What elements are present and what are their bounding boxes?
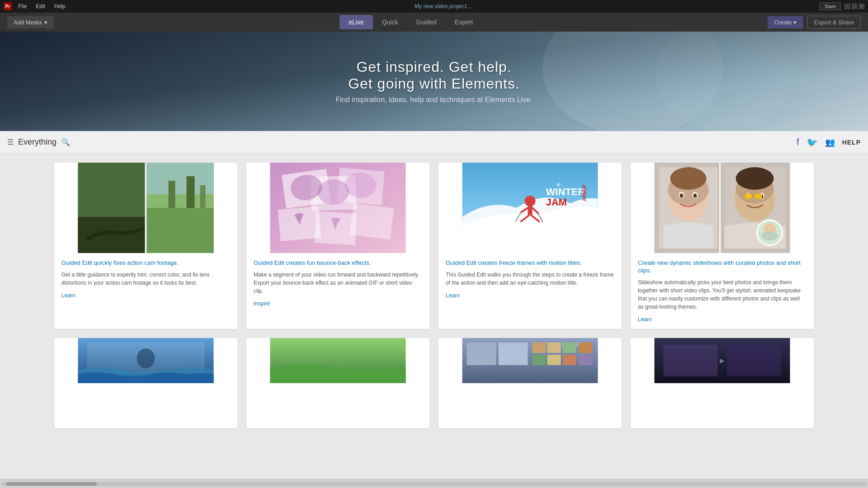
scroll-thumb[interactable] bbox=[6, 482, 97, 486]
svg-rect-27 bbox=[528, 206, 533, 216]
card-action-cam-image bbox=[54, 163, 237, 253]
card-freeze-frame-title: Guided Edit creates freeze frames with m… bbox=[446, 259, 614, 267]
hero-subtitle: Find inspiration, ideas, help and techni… bbox=[336, 96, 533, 104]
card-slideshow-learn[interactable]: Learn bbox=[638, 316, 807, 323]
svg-rect-13 bbox=[200, 185, 206, 208]
card-bottom-2 bbox=[246, 338, 429, 428]
svg-point-50 bbox=[736, 167, 774, 190]
tab-guided[interactable]: Guided bbox=[407, 15, 446, 29]
svg-rect-78 bbox=[547, 355, 561, 365]
svg-rect-11 bbox=[169, 181, 175, 208]
card-bounce-back-body: Guided Edit creates fun bounce-back effe… bbox=[246, 253, 429, 313]
save-button[interactable]: Save bbox=[820, 2, 841, 10]
svg-point-61 bbox=[762, 231, 778, 240]
svg-point-46 bbox=[693, 193, 697, 198]
card-action-cam-desc: Get a little guidance to expertly trim, … bbox=[61, 271, 230, 287]
adobe-icon: Pr bbox=[4, 2, 12, 10]
svg-text:JONNY: JONNY bbox=[581, 184, 587, 202]
card-slideshow-desc: Slideshow automatically picks your best … bbox=[638, 278, 807, 311]
content-area: Guided Edit quickly fixes action cam foo… bbox=[0, 154, 868, 465]
export-share-button[interactable]: Export & Share bbox=[807, 16, 861, 29]
card-bounce-back-desc: Make a segment of your video run forward… bbox=[254, 271, 422, 295]
svg-rect-7 bbox=[78, 217, 145, 253]
svg-rect-79 bbox=[563, 355, 576, 365]
svg-rect-75 bbox=[563, 343, 576, 353]
title-bar: Pr File Edit Help My new video projec1..… bbox=[0, 0, 868, 13]
svg-rect-80 bbox=[579, 355, 593, 365]
title-bar-left: Pr File Edit Help bbox=[4, 1, 68, 11]
card-slideshow-image bbox=[631, 163, 814, 253]
card-bottom-1-image bbox=[54, 338, 237, 428]
svg-rect-14 bbox=[145, 163, 147, 253]
community-icon[interactable]: 👥 bbox=[825, 137, 835, 147]
toolbar: Add Media ▾ eLive Quick Guided Expert Cr… bbox=[0, 13, 868, 32]
twitter-icon[interactable]: 🐦 bbox=[807, 137, 818, 148]
cards-grid-top: Guided Edit quickly fixes action cam foo… bbox=[54, 163, 814, 329]
tab-quick[interactable]: Quick bbox=[373, 15, 407, 29]
card-action-cam-title: Guided Edit quickly fixes action cam foo… bbox=[61, 259, 230, 267]
svg-rect-76 bbox=[579, 343, 593, 353]
card-bottom-3-image: Oct 2017 bbox=[439, 338, 622, 428]
card-freeze-frame-body: Guided Edit creates freeze frames with m… bbox=[439, 253, 622, 305]
project-name: My new video projec1.... bbox=[415, 3, 473, 9]
menu-help[interactable]: Help bbox=[52, 1, 68, 11]
card-bottom-4: ▶ bbox=[631, 338, 814, 428]
dropdown-arrow-icon: ▾ bbox=[44, 19, 47, 26]
minimize-button[interactable]: ─ bbox=[844, 4, 850, 9]
card-freeze-frame-desc: This Guided Edit walks you through the s… bbox=[446, 271, 614, 287]
card-bounce-back-inspire[interactable]: Inspire bbox=[254, 300, 422, 307]
menu-file[interactable]: File bbox=[15, 1, 29, 11]
card-slideshow-body: Create new dynamic slideshows with curat… bbox=[631, 253, 814, 329]
filter-left: ☰ Everything 🔍 bbox=[7, 137, 70, 147]
card-bounce-back: Guided Edit creates fun bounce-back effe… bbox=[246, 163, 429, 329]
card-slideshow: Create new dynamic slideshows with curat… bbox=[631, 163, 814, 329]
svg-rect-55 bbox=[745, 194, 752, 199]
toolbar-right: Create ▾ Export & Share bbox=[768, 16, 861, 29]
svg-rect-24 bbox=[350, 203, 394, 239]
card-freeze-frame-learn[interactable]: Learn bbox=[446, 292, 614, 299]
filter-bar: ☰ Everything 🔍 f 🐦 👥 HELP bbox=[0, 131, 868, 154]
hero-banner: Get inspired. Get help. Get going with E… bbox=[0, 32, 868, 131]
scrollbar[interactable] bbox=[0, 479, 868, 488]
tab-elive[interactable]: eLive bbox=[340, 15, 373, 29]
svg-rect-74 bbox=[547, 343, 561, 353]
add-media-label: Add Media bbox=[14, 19, 42, 26]
svg-text:▶: ▶ bbox=[720, 357, 725, 364]
window-controls: ─ □ ✕ bbox=[844, 4, 864, 9]
maximize-button[interactable]: □ bbox=[852, 4, 857, 9]
create-button[interactable]: Create ▾ bbox=[768, 16, 803, 28]
menu-edit[interactable]: Edit bbox=[33, 1, 48, 11]
toolbar-tabs: eLive Quick Guided Expert bbox=[340, 15, 482, 29]
svg-rect-56 bbox=[755, 194, 762, 199]
card-slideshow-title: Create new dynamic slideshows with curat… bbox=[638, 259, 807, 275]
scroll-track bbox=[2, 482, 866, 486]
search-icon[interactable]: 🔍 bbox=[61, 138, 70, 146]
close-button[interactable]: ✕ bbox=[859, 4, 864, 9]
tab-expert[interactable]: Expert bbox=[446, 15, 482, 29]
svg-rect-9 bbox=[147, 208, 214, 253]
svg-rect-12 bbox=[187, 176, 195, 208]
toolbar-left: Add Media ▾ bbox=[7, 16, 54, 28]
filter-label[interactable]: Everything bbox=[18, 137, 57, 147]
hamburger-menu-icon[interactable]: ☰ bbox=[7, 138, 14, 146]
add-media-button[interactable]: Add Media ▾ bbox=[7, 16, 54, 28]
svg-point-42 bbox=[670, 167, 707, 190]
card-bottom-1 bbox=[54, 338, 237, 428]
svg-text:WINTER: WINTER bbox=[546, 186, 585, 197]
card-action-cam-learn[interactable]: Learn bbox=[61, 292, 230, 299]
svg-rect-82 bbox=[664, 345, 718, 376]
svg-point-26 bbox=[525, 196, 536, 206]
svg-text:Pr: Pr bbox=[5, 4, 10, 9]
title-bar-right: Save ─ □ ✕ bbox=[820, 2, 864, 10]
svg-point-64 bbox=[137, 348, 155, 368]
card-freeze-frame: at WINTER JAM JONNY Guided Edit creates … bbox=[439, 163, 622, 329]
card-action-cam-body: Guided Edit quickly fixes action cam foo… bbox=[54, 253, 237, 305]
card-bottom-3: Oct 2017 bbox=[439, 338, 622, 428]
facebook-icon[interactable]: f bbox=[797, 137, 799, 147]
help-label[interactable]: HELP bbox=[842, 139, 861, 146]
svg-rect-83 bbox=[727, 345, 781, 376]
svg-text:JAM: JAM bbox=[546, 197, 567, 208]
svg-rect-71 bbox=[467, 343, 496, 365]
card-bounce-back-image bbox=[246, 163, 429, 253]
card-bounce-back-title: Guided Edit creates fun bounce-back effe… bbox=[254, 259, 422, 267]
